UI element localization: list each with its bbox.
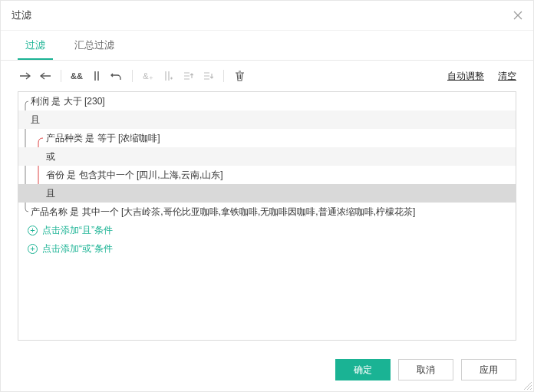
move-up-icon[interactable] xyxy=(180,68,196,84)
add-and-label: 点击添加“且”条件 xyxy=(42,224,113,237)
indent-right-icon[interactable] xyxy=(18,68,33,84)
tab-filter[interactable]: 过滤 xyxy=(18,31,53,60)
indent-left-icon[interactable] xyxy=(38,68,53,84)
delete-icon[interactable] xyxy=(232,68,247,84)
filter-row-operator[interactable]: 且 xyxy=(18,110,516,129)
add-or-condition[interactable]: + 点击添加“或”条件 xyxy=(18,239,516,258)
undo-icon[interactable] xyxy=(109,68,124,84)
filter-row[interactable]: 省份 是 包含其中一个 [四川,上海,云南,山东] xyxy=(18,166,516,184)
and-icon[interactable]: && xyxy=(69,68,84,84)
toolbar-separator xyxy=(61,70,61,82)
move-down-icon[interactable] xyxy=(200,68,216,84)
filter-row[interactable]: 产品名称 是 其中一个 [大吉岭茶,哥伦比亚咖啡,拿铁咖啡,无咖啡因咖啡,普通浓… xyxy=(18,203,516,221)
add-or-label: 点击添加“或”条件 xyxy=(42,242,113,255)
cancel-button[interactable]: 取消 xyxy=(398,359,453,380)
tab-summary-filter[interactable]: 汇总过滤 xyxy=(67,31,122,60)
filter-row[interactable]: 产品种类 是 等于 [浓缩咖啡] xyxy=(18,129,516,147)
filter-expression: 产品种类 是 等于 [浓缩咖啡] xyxy=(46,132,160,145)
filter-dialog: 过滤 过滤 汇总过滤 && &₊ xyxy=(0,0,534,392)
filter-row[interactable]: 利润 是 大于 [230] xyxy=(18,92,516,110)
dialog-footer: 确定 取消 应用 xyxy=(1,350,533,391)
or-add-icon[interactable] xyxy=(160,68,176,84)
or-icon[interactable] xyxy=(89,68,104,84)
operator-label: 且 xyxy=(46,187,55,200)
filter-row-operator[interactable]: 或 xyxy=(18,147,516,166)
toolbar-separator xyxy=(223,70,224,82)
plus-icon: + xyxy=(28,226,38,236)
tabs: 过滤 汇总过滤 xyxy=(1,31,533,61)
auto-adjust-link[interactable]: 自动调整 xyxy=(447,70,484,83)
filter-row-operator[interactable]: 且 xyxy=(18,184,516,203)
resize-handle-icon[interactable] xyxy=(522,380,532,390)
add-level-icon[interactable]: &₊ xyxy=(140,68,156,84)
toolbar: && &₊ 自动调整 清空 xyxy=(1,61,533,91)
plus-icon: + xyxy=(28,244,38,254)
dialog-title: 过滤 xyxy=(12,8,31,22)
filter-expression: 利润 是 大于 [230] xyxy=(31,95,105,108)
filter-expression: 省份 是 包含其中一个 [四川,上海,云南,山东] xyxy=(46,169,223,182)
close-icon[interactable] xyxy=(513,10,522,21)
add-and-condition[interactable]: + 点击添加“且”条件 xyxy=(18,221,516,239)
dialog-header: 过滤 xyxy=(1,1,533,31)
filter-expression: 产品名称 是 其中一个 [大吉岭茶,哥伦比亚咖啡,拿铁咖啡,无咖啡因咖啡,普通浓… xyxy=(31,206,415,219)
operator-label: 或 xyxy=(46,150,55,163)
clear-link[interactable]: 清空 xyxy=(498,70,516,83)
apply-button[interactable]: 应用 xyxy=(461,359,516,380)
filter-tree: 利润 是 大于 [230] 且 产品种类 是 等于 [浓缩咖啡] 或 省份 是 … xyxy=(18,91,516,341)
ok-button[interactable]: 确定 xyxy=(335,359,391,380)
toolbar-separator xyxy=(132,70,133,82)
operator-label: 且 xyxy=(31,114,40,127)
